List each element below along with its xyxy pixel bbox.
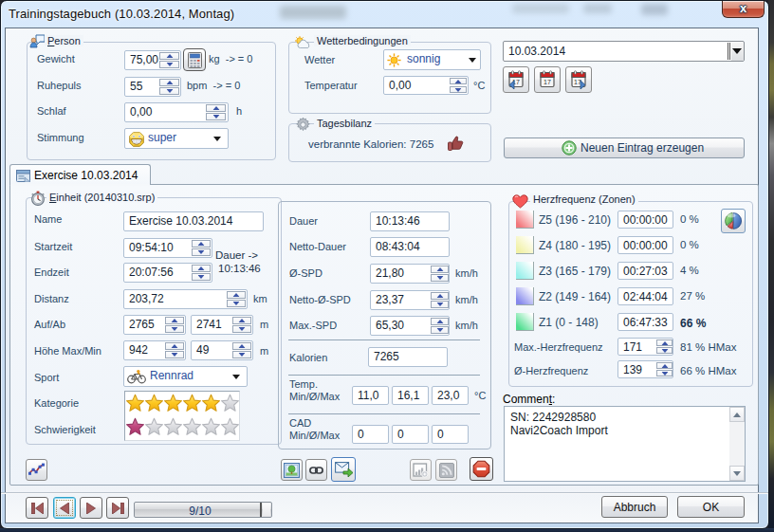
svg-text:17: 17 — [544, 79, 551, 85]
